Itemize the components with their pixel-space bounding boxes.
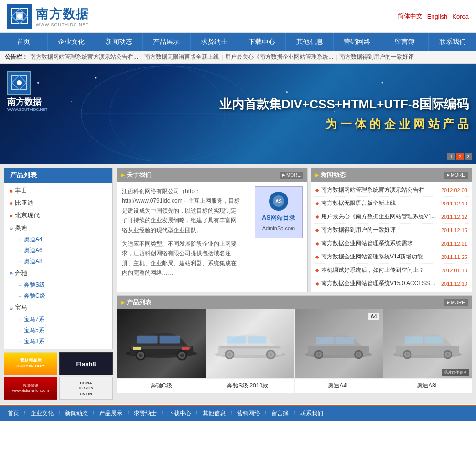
sidebar-item-benz-c[interactable]: → 奔驰C级	[4, 290, 112, 301]
sidebar-item-hyundai[interactable]: ● 北京现代	[4, 209, 112, 222]
lang-simplified-chinese[interactable]: 简体中文	[398, 12, 422, 21]
news-more-btn[interactable]: ▶ MORE	[444, 172, 468, 179]
nav-item-news[interactable]: 新闻动态	[95, 33, 143, 51]
banner-logo: 南方数据 WWW.SOUTHIDC.NET	[7, 71, 47, 112]
product-item-audi-a4l[interactable]: A4 奥迪A4L	[295, 309, 384, 393]
list-item: ◆ 南方数据企业网站管理系统V15.0 ACCESS版... 2011.12.1…	[314, 277, 469, 290]
banner-dot-3[interactable]: 3	[465, 153, 472, 160]
news-item-title[interactable]: 南方数据企业网站管理系统系统需求	[321, 239, 439, 247]
footer-nav-item-other[interactable]: 其他信息	[200, 408, 228, 419]
product-item-benz-s[interactable]: 奔驰S级 2010款...	[206, 309, 295, 393]
ad-flash-text: Flash8	[76, 360, 96, 367]
ad-flash[interactable]: Flash8	[59, 352, 113, 375]
svg-point-40	[269, 353, 272, 355]
ad-sucai[interactable]: 素材精品屋SUCAIW.COM	[4, 352, 57, 375]
sidebar-item-audi-a8l[interactable]: → 奥迪A8L	[4, 256, 112, 267]
sidebar-item-mercedes[interactable]: ⊖ 奔驰	[4, 267, 112, 280]
sidebar-item-byd[interactable]: ● 比亚迪	[4, 197, 112, 209]
news-dot-icon: ◆	[315, 214, 319, 219]
svg-text:AS: AS	[275, 199, 282, 204]
banner-logo-cn: 南方数据	[7, 96, 47, 108]
camera-badge: 品片仅作参考	[442, 369, 469, 376]
product-item-benz-c[interactable]: 奔驰C级	[117, 309, 206, 393]
footer-sep: ！	[22, 409, 28, 418]
svg-point-50	[357, 353, 360, 355]
news-dot-icon: ◆	[315, 201, 319, 206]
product-name-benz-c: 奔驰C级	[117, 378, 206, 393]
news-item-title[interactable]: 南方数据无限语言版全新上线	[321, 199, 439, 207]
overlay-icon: AS	[269, 192, 288, 211]
sidebar-item-toyota[interactable]: ● 丰田	[4, 184, 112, 197]
news-item-title[interactable]: 用户最关心《南方数据企业网站管理系统V1...	[321, 213, 439, 221]
audi-badge: A4	[368, 313, 379, 320]
sidebar-item-bmw-3[interactable]: → 宝马3系	[4, 336, 112, 347]
sidebar-item-bmw-5[interactable]: → 宝马5系	[4, 325, 112, 336]
about-more-btn[interactable]: ▶ MORE	[280, 172, 303, 179]
nav-item-products[interactable]: 产品展示	[143, 33, 191, 51]
ad-china[interactable]: CHINADESIGNUNION	[59, 377, 113, 400]
banner-pagination: 1 2 3	[447, 153, 472, 160]
lang-korean[interactable]: Korea	[452, 13, 469, 20]
svg-point-9	[382, 82, 383, 84]
news-item-title[interactable]: 南方数据网站管理系统官方演示站公告栏	[321, 186, 439, 194]
news-item-title[interactable]: 南方数据得到用户的一致好评	[321, 226, 439, 234]
footer-nav-item-home[interactable]: 首页	[5, 408, 22, 419]
more-arrow-icon: ▶	[282, 173, 285, 177]
ticker-item-0: 南方数据网站管理系统官方演示站公告栏...	[30, 53, 138, 61]
products-more-btn[interactable]: ▶ MORE	[444, 299, 468, 306]
list-item: ◆ 南方数据网站管理系统官方演示站公告栏 2012.02.08	[314, 183, 469, 197]
ad-vision[interactable]: 视觉同盟www.visionunion.com	[4, 377, 57, 400]
footer-nav-item-contact[interactable]: 联系我们	[297, 408, 326, 419]
sidebar-item-audi-a4l[interactable]: → 奥迪A4L	[4, 234, 112, 245]
footer-sep: ！	[125, 409, 131, 418]
nav-item-other[interactable]: 其他信息	[286, 33, 334, 51]
lang-english[interactable]: English	[427, 13, 448, 20]
banner-dot-1[interactable]: 1	[447, 153, 455, 160]
news-item-title[interactable]: 南方数据企业网站管理系统V15.0 ACCESS版...	[321, 280, 439, 288]
logo-area: 南方数据 WWW.SOUTHIDC.NET	[7, 4, 89, 29]
svg-rect-61	[405, 336, 423, 343]
svg-point-3	[17, 14, 22, 19]
news-item-title[interactable]: 南方数据企业网站管理系统V14新增功能	[321, 253, 439, 261]
ticker-item-2: 用户最关心《南方数据企业网站管理系统...	[225, 53, 333, 61]
news-section: ▶ 新闻动态 ▶ MORE ◆ 南方数据网站管理系统官方演示站公告栏 2012.…	[311, 168, 472, 292]
list-item: ◆ 南方数据得到用户的一致好评 2011.12.15	[314, 224, 469, 237]
footer-nav-item-guestbook[interactable]: 留言簿	[269, 408, 292, 419]
svg-point-27	[180, 353, 184, 357]
sidebar-item-bmw-7[interactable]: → 宝马7系	[4, 314, 112, 325]
about-header: ▶ 关于我们 ▶ MORE	[117, 168, 307, 182]
nav-item-marketing[interactable]: 营销网络	[334, 33, 381, 51]
footer-nav-item-products[interactable]: 产品展示	[97, 408, 125, 419]
nav-item-culture[interactable]: 企业文化	[48, 33, 96, 51]
banner-dot-2[interactable]: 2	[456, 153, 464, 160]
footer-sep: ！	[56, 409, 62, 418]
sub-arrow-icon: →	[18, 259, 22, 264]
car-svg-benz-s	[213, 316, 288, 372]
logo-text: 南方数据 WWW.SOUTHIDC.NET	[36, 6, 89, 27]
product-item-audi-a8l[interactable]: 品片仅作参考 奥迪A8L	[383, 309, 472, 393]
logo-chinese: 南方数据	[36, 6, 89, 22]
footer-nav-item-recruit[interactable]: 求贤纳士	[131, 408, 160, 419]
footer-nav-item-download[interactable]: 下载中心	[165, 408, 194, 419]
content-area: ▶ 关于我们 ▶ MORE 江西科创网络有限公司（http：http://www…	[117, 168, 472, 400]
sidebar-item-audi[interactable]: ⊕ 奥迪	[4, 222, 112, 234]
banner-text: 业内首款集DIV+CSS+HTML+UTF-8国际编码 为 一 体 的 企 业 …	[219, 96, 469, 132]
news-item-title[interactable]: 本机调试好系统后，如何上传到空间上？	[321, 266, 439, 274]
bullet-icon: ●	[9, 212, 13, 219]
footer-nav-item-culture[interactable]: 企业文化	[28, 408, 56, 419]
sidebar-item-bmw[interactable]: ⊕ 宝马	[4, 301, 112, 314]
news-item-date: 2011.12.15	[441, 227, 467, 233]
svg-rect-41	[227, 336, 245, 343]
nav-item-home[interactable]: 首页	[0, 33, 48, 51]
footer-nav-item-marketing[interactable]: 营销网络	[234, 408, 263, 419]
sidebar-item-benz-s[interactable]: → 奔驰S级	[4, 280, 112, 290]
sidebar-item-audi-a6l[interactable]: → 奥迪A6L	[4, 245, 112, 256]
nav-item-contact[interactable]: 联系我们	[429, 33, 476, 51]
list-item: ◆ 南方数据企业网站管理系统系统需求 2011.12.21	[314, 237, 469, 250]
arrow-icon: ▶	[121, 172, 125, 178]
nav-item-recruit[interactable]: 求贤纳士	[191, 33, 238, 51]
nav-item-guestbook[interactable]: 留言簿	[381, 33, 429, 51]
svg-point-24	[139, 353, 142, 357]
nav-item-download[interactable]: 下载中心	[238, 33, 286, 51]
footer-nav-item-news[interactable]: 新闻动态	[62, 408, 91, 419]
